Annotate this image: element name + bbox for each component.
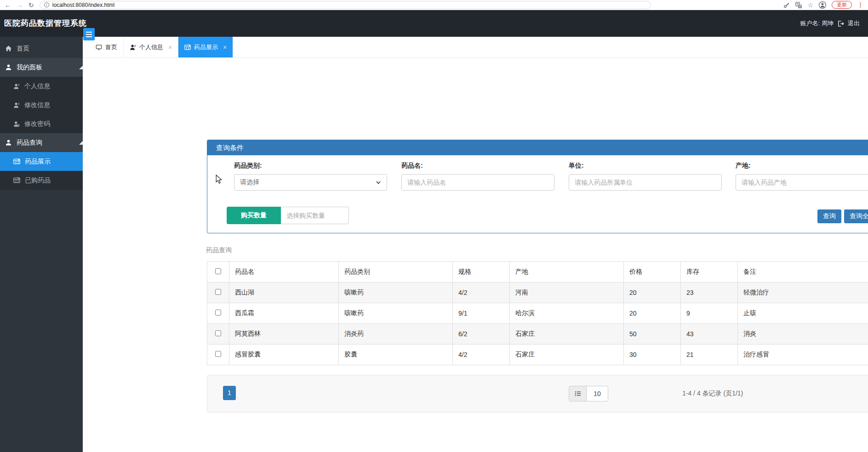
list-icon <box>569 386 587 401</box>
sidebar-item-purchased-drugs[interactable]: 已购药品 <box>0 171 83 190</box>
sidebar-item-personal-info[interactable]: 个人信息 <box>0 77 83 96</box>
chevron-expand-icon <box>79 141 83 145</box>
table-row: 西山湖 咳嗽药 4/2 河南 20 23 轻微治疗 <box>207 282 868 303</box>
account-name: 账户名: 周坤 <box>800 19 834 28</box>
url-text: localhost:8080/index.html <box>52 2 114 8</box>
browser-chrome: ← → ↻ i localhost:8080/index.html ☆ 更新 ⋮ <box>0 0 868 10</box>
browser-update-button[interactable]: 更新 <box>832 1 852 9</box>
close-icon[interactable]: × <box>168 44 172 51</box>
query-panel: 查询条件 药品类别: 请选择 药品名: 单位: 产地: <box>207 140 868 233</box>
tab-personal-info[interactable]: 个人信息 × <box>124 37 178 57</box>
unit-label: 单位: <box>569 162 722 170</box>
buy-quantity-input[interactable] <box>281 207 349 224</box>
row-checkbox[interactable] <box>215 351 221 357</box>
drug-name-input[interactable] <box>401 174 554 191</box>
sidebar-group-drug-query[interactable]: 药品查询 <box>0 133 83 152</box>
col-header-stock: 库存 <box>681 262 738 282</box>
col-header-spec: 规格 <box>453 262 510 282</box>
category-label: 药品类别: <box>234 162 387 170</box>
main-content: 查询条件 药品类别: 请选择 药品名: 单位: 产地: <box>83 58 868 452</box>
browser-forward-icon[interactable]: → <box>17 0 23 10</box>
header-account-area: 账户名: 周坤 退出 <box>800 10 860 37</box>
browser-back-icon[interactable]: ← <box>5 0 11 10</box>
profile-avatar-icon[interactable] <box>819 1 826 9</box>
table-row: 西瓜霜 咳嗽药 9/1 哈尔滨 20 9 止咳 <box>207 303 868 324</box>
browser-reload-icon[interactable]: ↻ <box>29 0 34 10</box>
home-icon <box>5 45 12 52</box>
sidebar-item-drug-display[interactable]: 药品展示 <box>0 152 83 171</box>
pagination-info: 1-4 / 4 条记录 (页1/1) <box>682 375 743 412</box>
table-icon <box>13 177 20 184</box>
table-header-row: 药品名 药品类别 规格 产地 价格 库存 备注 <box>207 262 868 282</box>
origin-label: 产地: <box>736 162 868 170</box>
user-lock-icon <box>13 121 20 127</box>
col-header-price: 价格 <box>624 262 681 282</box>
tab-drug-display[interactable]: 药品展示 × <box>178 37 233 57</box>
sidebar-item-change-password[interactable]: 修改密码 <box>0 114 83 133</box>
origin-input[interactable] <box>736 174 868 191</box>
tab-home[interactable]: 首页 <box>90 37 124 57</box>
table-row: 阿莫西林 消炎药 6/2 石家庄 50 43 消炎 <box>207 324 868 345</box>
address-bar[interactable]: i localhost:8080/index.html <box>40 1 651 9</box>
user-icon <box>5 64 12 71</box>
tab-bar: 首页 个人信息 × 药品展示 × <box>83 37 868 58</box>
row-checkbox[interactable] <box>215 310 221 316</box>
browser-toolbar-right: ☆ 更新 ⋮ <box>783 1 863 9</box>
buy-quantity-group: 购买数量 <box>227 207 349 224</box>
chevron-expand-icon <box>79 65 83 69</box>
row-checkbox[interactable] <box>215 330 221 336</box>
password-key-icon[interactable] <box>783 2 790 8</box>
user-edit-icon <box>13 102 20 108</box>
close-icon[interactable]: × <box>223 44 227 51</box>
drug-name-label: 药品名: <box>401 162 554 170</box>
page-info-icon[interactable]: i <box>44 2 49 7</box>
page-1-button[interactable]: 1 <box>223 386 236 400</box>
user-icon <box>5 139 12 146</box>
app-header: 医院药品数据管理系统 账户名: 周坤 退出 <box>0 10 868 37</box>
col-header-origin: 产地 <box>510 262 624 282</box>
bookmark-star-icon[interactable]: ☆ <box>807 2 813 8</box>
search-button[interactable]: 查询 <box>817 209 841 223</box>
chevron-down-icon <box>376 180 381 185</box>
sidebar-item-home[interactable]: 首页 <box>0 39 83 58</box>
buy-quantity-button[interactable]: 购买数量 <box>227 207 281 224</box>
sidebar-group-my-panel[interactable]: 我的面板 <box>0 58 83 77</box>
browser-menu-icon[interactable]: ⋮ <box>857 2 863 8</box>
category-select[interactable]: 请选择 <box>234 174 387 191</box>
unit-input[interactable] <box>569 174 722 191</box>
user-icon <box>130 44 136 51</box>
select-all-checkbox[interactable] <box>215 268 221 274</box>
col-header-drug-category: 药品类别 <box>339 262 453 282</box>
row-checkbox[interactable] <box>215 289 221 295</box>
sidebar-item-edit-info[interactable]: 修改信息 <box>0 96 83 114</box>
table-icon <box>13 158 20 165</box>
col-header-drug-name: 药品名 <box>229 262 339 282</box>
sidebar-toggle-button[interactable] <box>83 28 95 40</box>
mouse-cursor <box>215 175 223 184</box>
table-caption: 药品查询 <box>206 246 232 254</box>
drug-table: 药品名 药品类别 规格 产地 价格 库存 备注 西山湖 咳嗽药 4/2 河南 2… <box>207 261 868 365</box>
col-header-note: 备注 <box>738 262 868 282</box>
translate-icon[interactable] <box>795 2 802 8</box>
monitor-icon <box>96 44 102 51</box>
sidebar: 首页 我的面板 个人信息 修改信息 修改密码 药品查询 药品展示 已购药品 <box>0 37 83 452</box>
table-icon <box>184 44 191 51</box>
query-panel-title: 查询条件 <box>207 140 868 155</box>
page-size-value[interactable]: 10 <box>587 386 608 401</box>
app-title: 医院药品数据管理系统 <box>4 10 87 37</box>
pagination-bar: 1 10 1-4 / 4 条记录 (页1/1) <box>207 375 868 412</box>
user-icon <box>13 83 20 90</box>
table-row: 感冒胶囊 胶囊 4/2 石家庄 30 21 治疗感冒 <box>207 345 868 365</box>
logout-icon <box>837 20 844 27</box>
search-all-button[interactable]: 查询全部 <box>844 209 868 223</box>
page-size-selector[interactable]: 10 <box>569 386 608 401</box>
logout-button[interactable]: 退出 <box>848 19 860 28</box>
